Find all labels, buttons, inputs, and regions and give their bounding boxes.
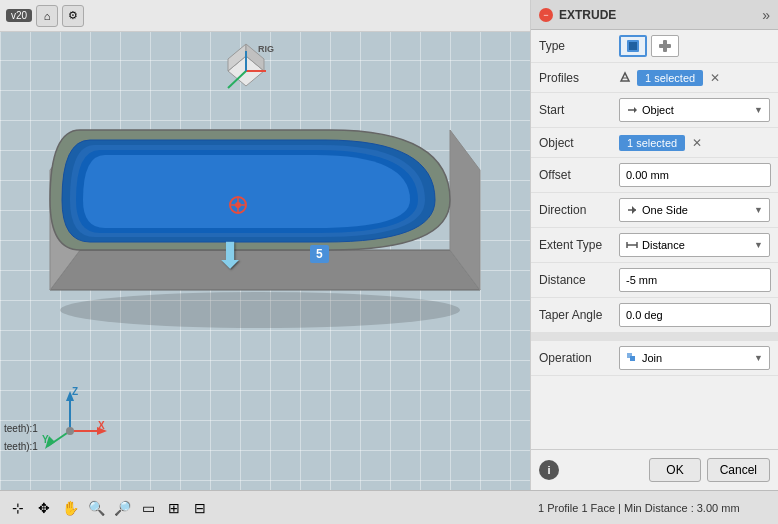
extent-type-dropdown[interactable]: Distance ▼ (619, 233, 770, 257)
info-button[interactable]: i (539, 460, 559, 480)
svg-rect-26 (629, 42, 637, 50)
direction-arrow: ⬇ (215, 235, 245, 277)
svg-text:Z: Z (72, 386, 78, 397)
axis-indicator: Z X Y (40, 381, 110, 454)
operation-dropdown[interactable]: Join ▼ (619, 346, 770, 370)
zoom-icon[interactable]: 🔍 (86, 498, 106, 518)
move-icon[interactable]: ✥ (34, 498, 54, 518)
panel-separator (531, 333, 778, 341)
taper-angle-input[interactable] (619, 303, 771, 327)
zoom-out-icon[interactable]: 🔎 (112, 498, 132, 518)
svg-marker-31 (634, 107, 637, 113)
direction-dropdown[interactable]: One Side ▼ (619, 198, 770, 222)
svg-marker-8 (50, 250, 480, 290)
viewport-label-2: teeth):1 (4, 441, 38, 452)
direction-row: Direction One Side ▼ (531, 193, 778, 228)
home-icon[interactable]: ⌂ (36, 5, 58, 27)
panel-status-icon: − (539, 8, 553, 22)
offset-input[interactable] (619, 163, 771, 187)
profiles-label: Profiles (539, 71, 619, 85)
offset-label: Offset (539, 168, 619, 182)
taper-angle-row: Taper Angle (531, 298, 778, 333)
object-clear-button[interactable]: ✕ (689, 135, 705, 151)
direction-dropdown-arrow: ▼ (754, 205, 763, 215)
type-control (619, 35, 770, 57)
svg-point-7 (60, 292, 460, 328)
cancel-button[interactable]: Cancel (707, 458, 770, 482)
distance-row: Distance (531, 263, 778, 298)
distance-control (619, 268, 771, 292)
panel-header: − EXTRUDE » (531, 0, 778, 30)
distance-input[interactable] (619, 268, 771, 292)
3d-viewport[interactable]: v20 ⌂ ⚙ RIGHT (0, 0, 530, 524)
start-dropdown-arrow: ▼ (754, 105, 763, 115)
profiles-control: 1 selected ✕ (619, 70, 770, 86)
svg-marker-33 (632, 206, 636, 214)
operation-icon (626, 352, 638, 364)
svg-text:X: X (98, 420, 105, 431)
layout-icon[interactable]: ⊟ (190, 498, 210, 518)
object-row: Object 1 selected ✕ (531, 128, 778, 158)
profiles-row: Profiles 1 selected ✕ (531, 63, 778, 93)
hand-icon[interactable]: ✋ (60, 498, 80, 518)
extent-icon (626, 239, 638, 251)
ok-button[interactable]: OK (649, 458, 700, 482)
status-bar: 1 Profile 1 Face | Min Distance : 3.00 m… (530, 490, 778, 524)
start-row: Start Object ▼ (531, 93, 778, 128)
operation-row: Operation Join ▼ (531, 341, 778, 376)
operation-label: Operation (539, 351, 619, 365)
object-number-badge: 5 (310, 245, 329, 263)
type-label: Type (539, 39, 619, 53)
start-dropdown[interactable]: Object ▼ (619, 98, 770, 122)
svg-text:Y: Y (42, 434, 49, 445)
start-label: Start (539, 103, 619, 117)
extent-type-control: Distance ▼ (619, 233, 770, 257)
viewport-label-1: teeth):1 (4, 423, 38, 434)
object-label: Object (539, 136, 619, 150)
extent-type-label: Extent Type (539, 238, 619, 252)
type-btn-solid[interactable] (619, 35, 647, 57)
profiles-clear-button[interactable]: ✕ (707, 70, 723, 86)
object-control: 1 selected ✕ (619, 135, 770, 151)
direction-icon (626, 204, 638, 216)
panel-expand-button[interactable]: » (762, 7, 770, 23)
type-row: Type (531, 30, 778, 63)
3d-object-area: ⬇ 5 (20, 50, 490, 390)
offset-row: Offset (531, 158, 778, 193)
operation-control: Join ▼ (619, 346, 770, 370)
profiles-selected-badge[interactable]: 1 selected (637, 70, 703, 86)
status-text: 1 Profile 1 Face | Min Distance : 3.00 m… (538, 502, 740, 514)
type-btn-thin[interactable] (651, 35, 679, 57)
svg-rect-38 (630, 356, 635, 361)
offset-control (619, 163, 771, 187)
svg-text:RIGHT: RIGHT (258, 44, 274, 54)
view-icon[interactable]: ▭ (138, 498, 158, 518)
panel-action-buttons: OK Cancel (649, 458, 770, 482)
taper-angle-label: Taper Angle (539, 308, 619, 322)
extent-type-dropdown-arrow: ▼ (754, 240, 763, 250)
version-badge: v20 (6, 9, 32, 22)
operation-dropdown-arrow: ▼ (754, 353, 763, 363)
grid-icon[interactable]: ⊞ (164, 498, 184, 518)
extent-type-row: Extent Type Distance ▼ (531, 228, 778, 263)
viewport-toolbar: v20 ⌂ ⚙ (0, 0, 530, 32)
taper-angle-control (619, 303, 771, 327)
settings-icon[interactable]: ⚙ (62, 5, 84, 27)
panel-footer: i OK Cancel (531, 449, 778, 490)
panel-title: EXTRUDE (559, 8, 756, 22)
distance-label: Distance (539, 273, 619, 287)
object-selected-badge[interactable]: 1 selected (619, 135, 685, 151)
profile-select-icon (619, 71, 633, 85)
orientation-cube[interactable]: RIGHT (218, 36, 274, 92)
start-control: Object ▼ (619, 98, 770, 122)
svg-rect-28 (663, 40, 667, 52)
extrude-panel: − EXTRUDE » Type Profiles (530, 0, 778, 490)
bottom-toolbar: ⊹ ✥ ✋ 🔍 🔎 ▭ ⊞ ⊟ (0, 490, 530, 524)
direction-control: One Side ▼ (619, 198, 770, 222)
direction-label: Direction (539, 203, 619, 217)
select-icon[interactable]: ⊹ (8, 498, 28, 518)
svg-point-24 (66, 427, 74, 435)
start-icon (626, 104, 638, 116)
